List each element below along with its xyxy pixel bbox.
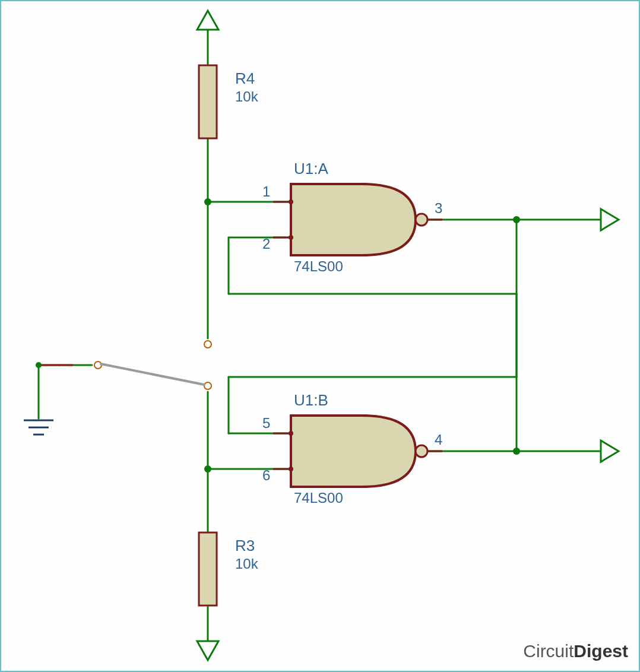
svg-point-43 (94, 362, 102, 369)
r4-value: 10k (235, 89, 258, 104)
gate-a-pin1: 1 (262, 184, 270, 199)
brand-watermark: CircuitDigest (523, 641, 628, 661)
gate-b-part: 74LS00 (294, 490, 343, 506)
brand-right: Digest (574, 641, 628, 661)
r3-value: 10k (235, 556, 258, 572)
svg-rect-29 (199, 65, 217, 138)
svg-point-40 (416, 445, 427, 457)
gate-a-pin2: 2 (262, 236, 270, 252)
svg-point-34 (416, 214, 427, 226)
gate-b-pin6: 6 (262, 468, 270, 483)
gate-b-pin5: 5 (262, 416, 270, 431)
svg-point-45 (204, 382, 211, 389)
svg-point-50 (513, 448, 520, 455)
r3-ref: R3 (235, 537, 255, 554)
gate-b-pin-out: 4 (435, 432, 442, 448)
svg-point-36 (289, 235, 293, 240)
svg-rect-30 (199, 532, 217, 606)
gate-a-ref: U1:A (294, 160, 328, 177)
gate-a-part: 74LS00 (294, 259, 343, 274)
svg-point-51 (36, 362, 42, 368)
svg-point-47 (204, 198, 211, 205)
resistor-r4 (199, 65, 217, 138)
resistor-r3 (199, 532, 217, 606)
svg-point-41 (289, 431, 293, 436)
svg-point-44 (204, 341, 211, 348)
brand-left: Circuit (523, 641, 574, 661)
gate-b-ref: U1:B (294, 392, 328, 409)
svg-point-48 (204, 465, 211, 473)
gate-a-pin-out: 3 (435, 201, 442, 216)
schematic-canvas: R4 10k R3 10k U1:A 74LS00 1 2 3 U1:B 74L… (0, 0, 640, 672)
r4-ref: R4 (235, 70, 255, 87)
svg-point-35 (289, 199, 293, 204)
svg-point-42 (289, 467, 293, 471)
frame-rect (1, 1, 639, 671)
schematic-svg (0, 0, 640, 672)
svg-point-49 (513, 216, 520, 223)
